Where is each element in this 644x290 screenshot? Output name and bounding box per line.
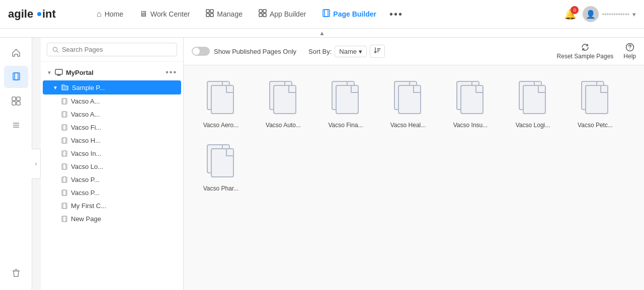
page-icon-small [61,216,68,223]
page-icon-small [61,111,68,118]
svg-rect-8 [263,10,266,13]
nav-items: ⌂ Home 🖥 Work Center Manage App Builder … [90,6,560,22]
user-menu[interactable]: 👤 •••••••••••• ▾ [583,6,636,22]
chevron-right-icon: › [35,160,37,167]
svg-rect-31 [63,138,67,143]
nav-right: 🔔 0 👤 •••••••••••• ▾ [564,6,636,22]
toggle-switch[interactable]: Show Published Pages Only [192,47,296,56]
svg-rect-42 [62,216,66,222]
page-tile-2[interactable]: Vacso Fina... [320,77,371,129]
search-input[interactable] [62,46,172,53]
sidebar-expand-button[interactable]: › [32,149,41,179]
nav-manage[interactable]: Manage [199,6,250,22]
nav-pagebuilder[interactable]: Page Builder [315,6,383,22]
tree-item-6[interactable]: Vacso P... [43,173,181,186]
sort-order-button[interactable] [370,45,385,58]
tree-root-more-button[interactable]: ••• [166,68,177,77]
page-icon-small [61,150,68,157]
svg-rect-26 [62,112,66,117]
page-label-4: Vacso Insu... [453,122,488,129]
tree-item-3[interactable]: Vacso H... [43,134,181,147]
folder-icon [61,83,69,91]
page-label-7: Vacso Phar... [203,185,238,192]
sidebar-item-list[interactable] [4,114,28,136]
nav-home[interactable]: ⌂ Home [90,7,130,22]
svg-rect-34 [62,164,66,169]
sidebar-item-grid[interactable] [4,90,28,112]
sidebar-item-trash[interactable] [4,262,28,284]
page-tile-3[interactable]: Vacso Heal... [383,77,433,129]
tree-item-new-page[interactable]: New Page [43,213,181,225]
svg-rect-40 [62,203,66,209]
svg-text:agile: agile [8,8,33,20]
page-icon-small [61,98,68,105]
sidebar-item-home[interactable] [4,42,28,64]
page-sheet-front [211,85,234,114]
tree-item-5[interactable]: Vacso Lo... [43,160,181,173]
main-layout: › ▼ MyPortal ••• [0,38,644,290]
appbuilder-icon [259,9,267,19]
tree-item-label: Vacso Fi... [71,124,101,131]
search-input-wrap[interactable] [47,43,177,56]
svg-rect-14 [15,73,20,80]
tree-item-label: My First C... [71,202,106,210]
nav-workcenter[interactable]: 🖥 Work Center [132,7,197,22]
nav-more-button[interactable]: ••• [385,7,407,22]
svg-rect-15 [12,97,16,101]
manage-icon [206,9,214,19]
svg-rect-36 [62,177,66,182]
published-toggle[interactable] [192,47,210,56]
page-icon-wrap [326,77,366,118]
help-button[interactable]: Help [623,43,636,60]
svg-rect-29 [63,125,67,130]
page-icon [394,81,422,114]
svg-rect-5 [206,14,209,17]
collapse-bar[interactable]: ▲ [0,29,644,38]
svg-rect-32 [62,151,66,156]
svg-rect-4 [210,10,213,13]
svg-rect-9 [259,14,262,17]
svg-rect-16 [17,97,20,101]
svg-rect-27 [63,112,67,117]
svg-rect-30 [62,138,66,143]
page-tile-5[interactable]: Vacso Logi... [508,77,558,129]
page-icon [519,81,547,114]
reset-sample-pages-button[interactable]: Reset Sample Pages [557,43,614,60]
notifications-button[interactable]: 🔔 0 [564,8,577,20]
monitor-icon [55,68,63,76]
page-sheet-front [398,85,421,114]
page-icon-wrap [513,77,553,118]
sort-chevron-icon: ▾ [359,48,362,55]
svg-rect-39 [63,190,67,196]
sidebar-item-pages[interactable] [4,66,28,88]
page-tile-6[interactable]: Vacso Petc... [570,77,620,129]
pagebuilder-icon [322,9,330,19]
tree-item-2[interactable]: Vacso Fi... [43,121,181,134]
user-chevron-icon: ▾ [632,11,636,18]
sort-select[interactable]: Name ▾ [335,46,367,57]
nav-appbuilder[interactable]: App Builder [252,6,313,22]
tree-item-7[interactable]: Vacso P... [43,186,181,199]
page-label-2: Vacso Fina... [328,122,363,129]
tree-folder-sample[interactable]: ▼ Sample P... [43,80,181,94]
tree-item-1[interactable]: Vacso A... [43,108,181,121]
page-icon-small [61,124,68,131]
page-icon [332,81,360,114]
page-tile-7[interactable]: Vacso Phar... [196,141,246,192]
svg-rect-23 [55,69,62,74]
tree-item-8[interactable]: My First C... [43,200,181,212]
page-label-6: Vacso Petc... [578,122,613,129]
page-tile-0[interactable]: Vacso Aero... [196,77,246,129]
svg-rect-38 [62,190,66,196]
svg-rect-37 [63,177,67,182]
reset-label: Reset Sample Pages [557,53,614,60]
show-published-label: Show Published Pages Only [214,48,296,55]
page-tile-4[interactable]: Vacso Insu... [445,77,496,129]
tree-item-label: New Page [71,215,101,223]
page-tile-1[interactable]: Vacso Auto... [258,77,308,129]
svg-rect-11 [323,10,328,17]
page-icon-small [61,189,68,197]
page-icon-wrap [201,141,241,181]
tree-item-4[interactable]: Vacso In... [43,147,181,160]
tree-item-0[interactable]: Vacso A... [43,95,181,108]
